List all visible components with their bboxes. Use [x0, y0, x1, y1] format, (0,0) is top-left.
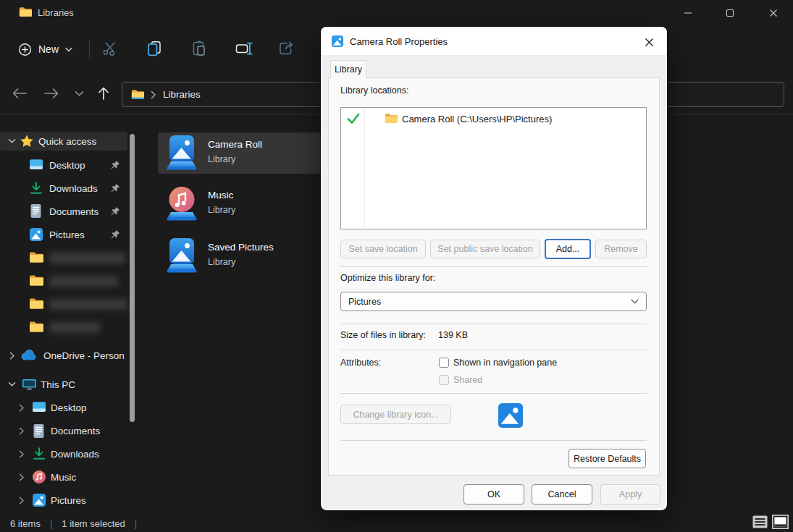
chevron-right-icon[interactable]: [7, 350, 18, 361]
dropdown-value: Pictures: [348, 297, 381, 307]
sidebar-item-this-pc[interactable]: This PC: [0, 374, 127, 394]
recent-locations-button[interactable]: [70, 83, 88, 104]
file-item-music[interactable]: Music Library: [158, 183, 321, 224]
status-bar: 6 items | 1 item selected |: [0, 515, 793, 532]
file-type: Library: [208, 154, 235, 164]
button-label: Set save location: [348, 244, 417, 254]
tab-library[interactable]: Library: [330, 60, 366, 78]
pictures-library-icon: [164, 237, 199, 274]
sidebar-item-redacted-folder[interactable]: [0, 316, 127, 338]
sidebar-item-desktop[interactable]: Desktop: [0, 397, 127, 418]
shown-in-nav-pane-checkbox[interactable]: [439, 358, 449, 368]
sidebar-item-pictures-pinned[interactable]: Pictures: [0, 224, 127, 245]
back-button[interactable]: [7, 83, 32, 104]
library-locations-list[interactable]: Camera Roll (C:\Users\HP\Pictures): [340, 107, 647, 229]
location-item[interactable]: Camera Roll (C:\Users\HP\Pictures): [402, 114, 552, 124]
rename-button[interactable]: [230, 35, 259, 62]
new-button[interactable]: New: [10, 36, 81, 62]
button-label: Apply: [619, 489, 642, 499]
up-arrow-icon: [96, 86, 111, 101]
dialog-close-button[interactable]: [638, 33, 660, 51]
downloads-icon: [32, 447, 46, 461]
large-icons-view-button[interactable]: [771, 513, 789, 531]
share-button[interactable]: [272, 35, 301, 62]
forward-arrow-icon: [43, 87, 59, 100]
sidebar-item-quick-access[interactable]: Quick access: [0, 132, 127, 151]
music-library-icon: [164, 185, 199, 222]
dialog-title: Camera Roll Properties: [350, 36, 448, 47]
chevron-right-icon[interactable]: [16, 494, 28, 506]
library-icon-preview: [497, 402, 524, 429]
chevron-right-icon[interactable]: [16, 425, 28, 436]
button-label: Cancel: [548, 489, 576, 499]
sidebar-item-downloads-pinned[interactable]: Downloads: [0, 177, 127, 199]
sidebar-item-documents[interactable]: Documents: [0, 421, 127, 441]
sidebar-item-label: Downloads: [51, 449, 99, 460]
sidebar-item-label: This PC: [41, 379, 75, 390]
sidebar-item-redacted-folder[interactable]: [0, 293, 127, 315]
chevron-right-icon[interactable]: [16, 402, 28, 413]
pin-icon: [110, 229, 120, 240]
sidebar-item-documents-pinned[interactable]: Documents: [0, 200, 127, 222]
up-button[interactable]: [91, 83, 116, 104]
maximize-button[interactable]: [716, 3, 744, 23]
copy-button[interactable]: [140, 35, 169, 62]
breadcrumb-chevron-icon: [151, 90, 156, 99]
chevron-down-icon: [65, 47, 72, 52]
sidebar-item-desktop-pinned[interactable]: Desktop: [0, 154, 127, 176]
sidebar-item-pictures[interactable]: Pictures: [0, 490, 127, 510]
sidebar-item-label: Quick access: [38, 136, 96, 147]
sidebar-item-label: OneDrive - Person: [43, 350, 125, 361]
file-item-saved-pictures[interactable]: Saved Pictures Library: [158, 235, 321, 276]
recent-chevron-icon: [75, 90, 84, 97]
details-view-button[interactable]: [750, 513, 769, 531]
optimize-dropdown[interactable]: Pictures: [340, 292, 647, 311]
sidebar-item-redacted-folder[interactable]: [0, 270, 127, 292]
button-label: Add...: [556, 244, 580, 254]
breadcrumb[interactable]: Libraries: [163, 89, 201, 100]
pin-icon: [110, 160, 120, 170]
remove-button: Remove: [595, 240, 647, 258]
forward-button[interactable]: [39, 83, 64, 104]
sidebar-item-downloads[interactable]: Downloads: [0, 444, 127, 464]
minimize-button[interactable]: [674, 3, 702, 23]
separator: [340, 350, 647, 350]
chevron-right-icon[interactable]: [16, 448, 28, 460]
folder-icon: [29, 274, 43, 287]
share-icon: [277, 40, 295, 57]
new-button-label: New: [38, 43, 59, 55]
rename-icon: [235, 40, 253, 57]
dialog-titlebar: Camera Roll Properties: [321, 27, 667, 56]
redacted-folder-name: [49, 276, 118, 287]
sidebar-item-label: Desktop: [51, 402, 87, 413]
ok-button[interactable]: OK: [463, 484, 524, 504]
separator: [340, 266, 647, 267]
cut-button[interactable]: [96, 35, 125, 62]
cancel-button[interactable]: Cancel: [532, 484, 592, 504]
add-button[interactable]: Add...: [545, 239, 591, 259]
documents-icon: [30, 203, 42, 219]
chevron-right-icon[interactable]: [16, 471, 28, 483]
minimize-icon: [684, 9, 692, 17]
restore-defaults-button[interactable]: Restore Defaults: [568, 449, 646, 468]
sidebar-item-redacted-folder[interactable]: [0, 247, 127, 269]
paste-button[interactable]: [185, 35, 214, 62]
separator: [340, 324, 647, 324]
shown-in-nav-pane-label[interactable]: Shown in navigation pane: [453, 358, 557, 368]
sidebar-scrollbar[interactable]: [130, 134, 135, 422]
file-item-camera-roll[interactable]: Camera Roll Library: [158, 132, 321, 174]
redacted-folder-name: [49, 322, 100, 333]
chevron-down-icon[interactable]: [6, 379, 17, 390]
sidebar-item-onedrive[interactable]: OneDrive - Person: [0, 345, 127, 366]
large-icons-view-icon: [772, 515, 789, 529]
redacted-folder-name: [49, 253, 125, 263]
toolbar-separator: [89, 40, 90, 59]
chevron-down-icon[interactable]: [6, 135, 17, 147]
shared-label: Shared: [453, 375, 482, 385]
separator: [340, 393, 647, 394]
close-button[interactable]: [759, 3, 788, 23]
close-icon: [645, 38, 654, 47]
navigation-pane: Quick access Desktop Downloads: [0, 115, 142, 515]
sidebar-item-music[interactable]: Music: [0, 467, 127, 487]
paste-icon: [190, 40, 208, 57]
